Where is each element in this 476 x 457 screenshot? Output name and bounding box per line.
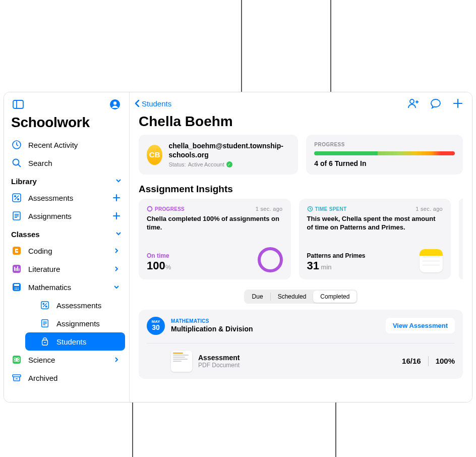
svg-rect-19 [13, 247, 21, 255]
insights-title: Assignment Insights [130, 175, 472, 199]
segment-scheduled[interactable]: Scheduled [271, 291, 314, 303]
sidebar-item-assignments[interactable]: Assignments [4, 207, 129, 225]
date-badge: MAY 30 [147, 317, 165, 335]
message-button[interactable] [428, 95, 444, 111]
add-person-button[interactable] [405, 95, 422, 111]
svg-point-27 [15, 288, 16, 289]
svg-point-9 [15, 196, 16, 197]
progress-card: PROGRESS 4 of 6 Turned In [306, 135, 463, 175]
insight-stat-label: Patterns and Primes [307, 252, 366, 259]
sidebar-item-label: Assignments [56, 319, 118, 328]
insight-card-progress[interactable]: PROGRESS 1 sec. ago Chella completed 100… [139, 199, 291, 279]
callout-line [335, 403, 336, 457]
plus-icon[interactable] [111, 194, 122, 202]
svg-point-29 [18, 288, 19, 289]
check-icon: ✓ [226, 161, 232, 167]
back-button[interactable]: Students [134, 99, 171, 108]
callout-line [132, 403, 133, 457]
page-title: Chella Boehm [130, 111, 472, 135]
svg-point-10 [18, 199, 19, 200]
segmented-control: Due Scheduled Completed [244, 290, 358, 304]
chevron-down-icon [111, 283, 122, 291]
insight-stat-label: On time [147, 252, 171, 259]
assignment-card: MAY 30 MATHEMATICS Multiplication & Divi… [139, 310, 463, 379]
sidebar: Schoolwork Recent Activity Search Librar… [4, 92, 130, 402]
svg-rect-0 [13, 100, 23, 108]
chevron-right-icon [111, 266, 122, 272]
svg-rect-26 [14, 284, 19, 286]
segment-completed[interactable]: Completed [313, 291, 356, 303]
sidebar-item-label: Literature [28, 265, 105, 273]
progress-label: PROGRESS [314, 142, 455, 147]
progress-bar [314, 151, 455, 155]
sidebar-toggle-button[interactable] [10, 96, 26, 112]
segment-due[interactable]: Due [245, 291, 270, 303]
plus-icon[interactable] [111, 212, 122, 220]
class-coding-icon [11, 245, 22, 256]
sidebar-item-label: Science [28, 356, 105, 364]
clock-icon [11, 139, 22, 150]
svg-rect-21 [14, 267, 15, 271]
insight-timestamp: 1 sec. ago [256, 206, 283, 212]
chevron-left-icon [134, 99, 141, 108]
svg-point-30 [15, 289, 16, 290]
svg-point-36 [46, 306, 47, 307]
insight-tag: PROGRESS [147, 206, 185, 212]
assignment-scores: 16/16 100% [402, 356, 455, 366]
document-name: Assessment [198, 354, 396, 362]
sidebar-item-science[interactable]: Science [4, 351, 129, 369]
sidebar-item-search[interactable]: Search [4, 154, 129, 172]
sidebar-item-label: Archived [28, 374, 122, 382]
sidebar-item-label: Assignments [28, 212, 105, 220]
assignment-subject: MATHEMATICS [171, 318, 380, 324]
view-assessment-button[interactable]: View Assessment [386, 318, 455, 333]
sidebar-item-label: Students [56, 337, 118, 346]
svg-point-28 [16, 288, 17, 289]
sidebar-item-coding[interactable]: Coding [4, 242, 129, 260]
add-button[interactable] [450, 95, 466, 111]
sidebar-section-classes[interactable]: Classes [4, 225, 129, 242]
student-info-card: CB chella_boehm@student.township-schools… [139, 135, 298, 175]
sidebar-item-mathematics[interactable]: Mathematics [4, 278, 129, 296]
account-button[interactable] [107, 96, 123, 112]
sidebar-item-recent-activity[interactable]: Recent Activity [4, 136, 129, 154]
app-window: Schoolwork Recent Activity Search Librar… [4, 92, 472, 403]
sidebar-section-library[interactable]: Library [4, 172, 129, 189]
document-thumbnail[interactable] [171, 351, 192, 372]
svg-rect-22 [16, 268, 17, 271]
notes-app-icon [420, 249, 443, 272]
section-label: Classes [11, 230, 40, 239]
progress-text: 4 of 6 Turned In [314, 159, 455, 167]
student-status: Status: Active Account ✓ [168, 161, 290, 167]
sidebar-sub-assignments[interactable]: Assignments [25, 314, 125, 332]
backpack-icon [39, 336, 50, 347]
sidebar-item-label: Coding [28, 247, 105, 255]
sidebar-item-label: Search [28, 159, 122, 167]
progress-ring-icon [147, 206, 153, 212]
percent-icon [39, 300, 50, 311]
chevron-down-icon [115, 230, 122, 239]
section-label: Library [11, 177, 37, 186]
progress-ring-icon [258, 247, 283, 272]
sidebar-item-archived[interactable]: Archived [4, 369, 129, 387]
svg-point-3 [113, 101, 116, 104]
sidebar-sub-assessments[interactable]: Assessments [25, 296, 125, 314]
score-percent: 100% [436, 357, 455, 365]
insight-card-time-spent[interactable]: TIME SPENT 1 sec. ago This week, Chella … [299, 199, 451, 279]
insight-timestamp: 1 sec. ago [415, 206, 443, 212]
insight-headline: Chella completed 100% of assignments on … [147, 215, 283, 232]
sidebar-sub-students[interactable]: Students [25, 332, 125, 351]
assignment-title: Multiplication & Division [171, 325, 380, 333]
score-fraction: 16/16 [402, 357, 421, 365]
insight-stat-value: 31 min [307, 259, 366, 272]
student-email: chella_boehm@student.township-schools.or… [168, 142, 290, 159]
chevron-right-icon [111, 357, 122, 363]
sidebar-item-literature[interactable]: Literature [4, 260, 129, 278]
clock-icon [307, 206, 313, 212]
svg-point-5 [13, 159, 19, 165]
svg-point-31 [16, 289, 17, 290]
percent-icon [11, 192, 22, 203]
class-mathematics-icon [11, 281, 22, 293]
svg-rect-24 [19, 268, 20, 271]
sidebar-item-assessments[interactable]: Assessments [4, 189, 129, 207]
